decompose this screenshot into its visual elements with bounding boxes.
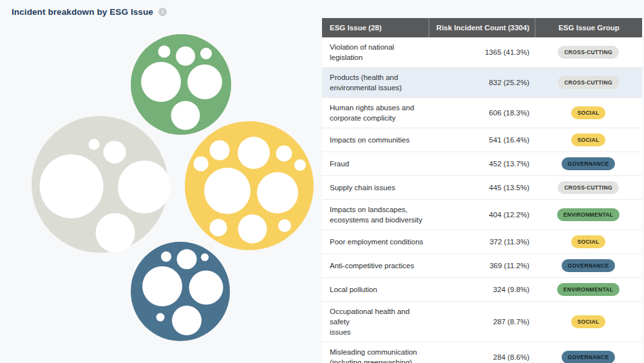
- governance-issue-bubble[interactable]: [201, 253, 209, 261]
- incident-count-cell: 287 (8.7%): [428, 318, 535, 326]
- social-issue-bubble[interactable]: [257, 172, 298, 213]
- esg-group-cell: GOVERNANCE: [535, 259, 642, 272]
- social-issue-bubble[interactable]: [238, 137, 270, 169]
- governance-issue-bubble[interactable]: [142, 266, 182, 306]
- esg-issue-cell: Human rights abuses andcorporate complic…: [322, 98, 428, 128]
- esg-group-badge: CROSS-CUTTING: [558, 181, 619, 194]
- esg-issue-cell: Misleading communication(including green…: [322, 342, 428, 363]
- table-body: Violation of national legislation1365 (4…: [322, 37, 642, 363]
- esg-group-badge: CROSS-CUTTING: [558, 76, 619, 89]
- esg-group-badge: ENVIRONMENTAL: [557, 283, 620, 296]
- table-row[interactable]: Impacts on landscapes,ecosystems and bio…: [322, 200, 642, 230]
- page-title: Incident breakdown by ESG Issue: [12, 7, 153, 17]
- table-row[interactable]: Human rights abuses andcorporate complic…: [322, 98, 642, 128]
- environmental-issue-bubble[interactable]: [141, 62, 181, 102]
- column-header-esg-issue[interactable]: ESG Issue (28): [322, 18, 428, 37]
- esg-group-cell: CROSS-CUTTING: [535, 76, 642, 89]
- governance-issue-bubble[interactable]: [177, 250, 197, 270]
- environmental-issue-bubble[interactable]: [187, 64, 222, 99]
- esg-group-badge: SOCIAL: [571, 133, 606, 146]
- incident-count-cell: 1365 (41.3%): [428, 48, 535, 56]
- incident-count-cell: 606 (18.3%): [428, 109, 535, 117]
- esg-group-cell: CROSS-CUTTING: [535, 181, 642, 194]
- table-row[interactable]: Occupational health and safetyissues287 …: [322, 302, 642, 342]
- table-row[interactable]: Local pollution324 (9.8%)ENVIRONMENTAL: [322, 278, 642, 302]
- incident-count-cell: 369 (11.2%): [428, 262, 535, 270]
- esg-group-badge: SOCIAL: [571, 106, 606, 119]
- incident-breakdown-panel: Incident breakdown by ESG Issue i ESG Is…: [0, 0, 644, 363]
- cross-cutting-issue-bubble[interactable]: [96, 213, 135, 253]
- esg-group-cell: CROSS-CUTTING: [535, 46, 642, 59]
- cross-cutting-issue-bubble[interactable]: [89, 139, 100, 150]
- social-issue-bubble[interactable]: [204, 168, 251, 214]
- esg-issue-cell: Products (health andenvironmental issues…: [322, 68, 428, 97]
- incident-count-cell: 284 (8.6%): [428, 353, 535, 361]
- table-row[interactable]: Supply chain issues445 (13.5%)CROSS-CUTT…: [322, 176, 642, 200]
- esg-issue-cell: Poor employment conditions: [322, 232, 428, 251]
- incident-count-cell: 832 (25.2%): [428, 79, 535, 86]
- panel-header: Incident breakdown by ESG Issue i: [12, 7, 167, 17]
- incident-count-cell: 372 (11.3%): [428, 238, 535, 246]
- incident-count-cell: 452 (13.7%): [428, 160, 535, 168]
- table-header-row: ESG Issue (28) Risk Incident Count (3304…: [322, 18, 642, 37]
- esg-group-badge: GOVERNANCE: [562, 157, 616, 170]
- esg-group-cell: SOCIAL: [535, 106, 642, 119]
- cross-cutting-issue-bubble[interactable]: [104, 141, 126, 164]
- social-issue-bubble[interactable]: [194, 157, 209, 172]
- esg-issue-cell: Fraud: [322, 154, 428, 173]
- social-issue-bubble[interactable]: [210, 141, 230, 161]
- info-icon[interactable]: i: [158, 8, 167, 16]
- column-header-esg-issue-group[interactable]: ESG Issue Group: [535, 18, 642, 37]
- column-header-risk-incident-count[interactable]: Risk Incident Count (3304): [428, 18, 535, 37]
- esg-group-cell: ENVIRONMENTAL: [535, 283, 642, 296]
- esg-group-cell: SOCIAL: [535, 315, 642, 328]
- governance-issue-bubble[interactable]: [156, 313, 165, 322]
- esg-group-badge: SOCIAL: [571, 315, 606, 328]
- esg-issue-cell: Impacts on landscapes,ecosystems and bio…: [322, 200, 428, 230]
- social-issue-bubble[interactable]: [276, 146, 292, 162]
- table-row[interactable]: Fraud452 (13.7%)GOVERNANCE: [322, 152, 642, 176]
- esg-issue-cell: Violation of national legislation: [322, 37, 428, 67]
- governance-issue-bubble[interactable]: [189, 271, 223, 305]
- esg-issue-cell: Supply chain issues: [322, 178, 428, 197]
- cross-cutting-issue-bubble[interactable]: [40, 155, 104, 219]
- table-row[interactable]: Violation of national legislation1365 (4…: [322, 37, 642, 68]
- table-row[interactable]: Poor employment conditions372 (11.3%)SOC…: [322, 230, 642, 254]
- social-issue-bubble[interactable]: [294, 159, 306, 171]
- cross-cutting-issue-bubble[interactable]: [118, 161, 171, 213]
- social-issue-bubble[interactable]: [210, 219, 227, 237]
- incident-count-cell: 541 (16.4%): [428, 136, 535, 144]
- esg-group-cell: GOVERNANCE: [535, 351, 642, 363]
- incident-count-cell: 324 (9.8%): [428, 286, 535, 293]
- esg-group-badge: ENVIRONMENTAL: [557, 208, 620, 221]
- environmental-issue-bubble[interactable]: [200, 48, 212, 59]
- incident-count-cell: 404 (12.2%): [428, 211, 535, 219]
- esg-group-cell: GOVERNANCE: [535, 157, 642, 170]
- esg-issue-cell: Occupational health and safetyissues: [322, 302, 428, 342]
- esg-issue-cell: Local pollution: [322, 280, 428, 299]
- table-row[interactable]: Products (health andenvironmental issues…: [322, 68, 642, 98]
- table-row[interactable]: Misleading communication(including green…: [322, 342, 642, 363]
- social-issue-bubble[interactable]: [278, 219, 291, 232]
- social-issue-bubble[interactable]: [238, 215, 267, 244]
- esg-group-cell: ENVIRONMENTAL: [535, 208, 642, 221]
- table-row[interactable]: Anti-competitive practices369 (11.2%)GOV…: [322, 254, 642, 278]
- esg-group-badge: GOVERNANCE: [562, 351, 616, 363]
- governance-issue-bubble[interactable]: [172, 306, 202, 335]
- esg-group-cell: SOCIAL: [535, 133, 642, 146]
- esg-issue-table: ESG Issue (28) Risk Incident Count (3304…: [322, 18, 642, 363]
- environmental-issue-bubble[interactable]: [158, 46, 171, 58]
- esg-group-cell: SOCIAL: [535, 235, 642, 248]
- table-row[interactable]: Impacts on communities541 (16.4%)SOCIAL: [322, 128, 642, 152]
- esg-group-badge: GOVERNANCE: [562, 259, 616, 272]
- governance-issue-bubble[interactable]: [161, 251, 171, 262]
- incident-count-cell: 445 (13.5%): [428, 184, 535, 191]
- environmental-issue-bubble[interactable]: [171, 101, 200, 130]
- environmental-issue-bubble[interactable]: [176, 46, 195, 66]
- esg-group-badge: CROSS-CUTTING: [558, 46, 619, 59]
- esg-issue-cell: Anti-competitive practices: [322, 256, 428, 275]
- esg-issue-cell: Impacts on communities: [322, 130, 428, 150]
- esg-group-badge: SOCIAL: [571, 235, 606, 248]
